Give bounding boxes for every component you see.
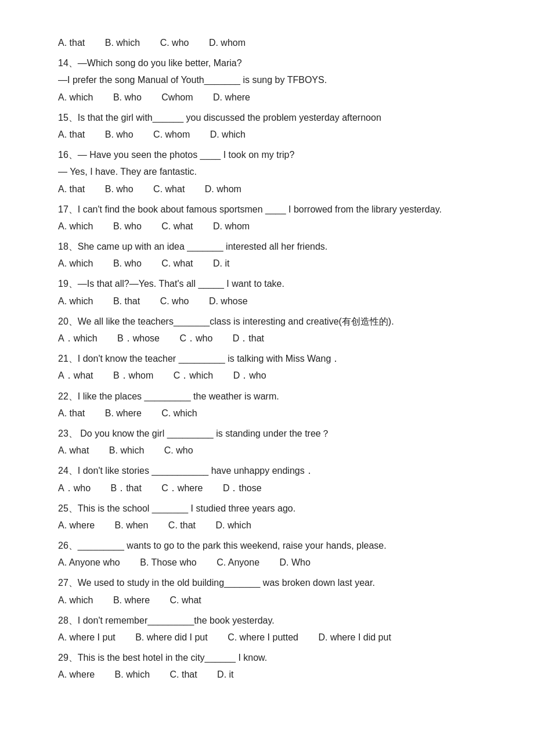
option-22a: A. that (58, 405, 85, 421)
option-20d: D．that (233, 330, 264, 346)
question-block-16: 16、— Have you seen the photos ____ I too… (58, 147, 476, 197)
option-19a: A. which (58, 293, 93, 309)
question-block-18: 18、She came up with an idea _______ inte… (58, 239, 476, 271)
question-text-14: 14、—Which song do you like better, Maria… (58, 55, 476, 71)
option-20a: A．which (58, 330, 98, 346)
question-block-24: 24、I don't like stories ___________ have… (58, 463, 476, 495)
option-24c: C．where (161, 480, 203, 496)
options-line-24: A．who B．that C．where D．those (58, 480, 476, 496)
options-line-28: A. where I put B. where did I put C. whe… (58, 629, 476, 645)
option-21a: A．what (58, 368, 93, 383)
options-line-14: A. which B. who Cwhom D. where (58, 89, 476, 105)
question-text-18: 18、She came up with an idea _______ inte… (58, 239, 476, 254)
option-c: C. who (160, 35, 189, 51)
option-26b: B. Those who (140, 555, 197, 570)
option-20b: B．whose (117, 330, 160, 346)
question-text-21: 21、I don't know the teacher _________ is… (58, 351, 476, 366)
option-14a: A. which (58, 89, 93, 105)
option-17b: B. who (113, 218, 142, 234)
option-19d: D. whose (209, 293, 248, 309)
option-18b: B. who (113, 255, 142, 271)
question-block-20: 20、We all like the teachers_______class … (58, 314, 476, 346)
question-text-23: 23、 Do you know the girl _________ is st… (58, 426, 476, 441)
option-d: D. whom (209, 35, 246, 51)
option-18c: C. what (161, 255, 193, 271)
option-24b: B．that (110, 480, 141, 496)
question-block-14: 14、—Which song do you like better, Maria… (58, 55, 476, 105)
option-b: B. which (105, 35, 140, 51)
question-text-25: 25、This is the school _______ I studied … (58, 501, 476, 516)
option-28a: A. where I put (58, 629, 116, 645)
option-25c: C. that (168, 517, 196, 533)
option-14b: B. who (113, 89, 142, 105)
option-14d: D. where (213, 89, 250, 105)
question-block-26: 26、_________ wants to go to the park thi… (58, 538, 476, 570)
option-29c: C. that (170, 667, 197, 682)
options-line-29: A. where B. which C. that D. it (58, 667, 476, 682)
option-a: A. that (58, 35, 85, 51)
question-subtext-16: — Yes, I have. They are fantastic. (58, 164, 476, 179)
option-16a: A. that (58, 181, 85, 197)
option-19c: C. who (160, 293, 189, 309)
option-29b: B. which (115, 667, 150, 682)
option-26d: D. Who (279, 555, 310, 570)
option-29a: A. where (58, 667, 95, 682)
option-29d: D. it (217, 667, 233, 682)
options-line-20: A．which B．whose C．who D．that (58, 330, 476, 346)
option-19b: B. that (113, 293, 140, 309)
options-line-16: A. that B. who C. what D. whom (58, 181, 476, 197)
question-text-22: 22、I like the places _________ the weath… (58, 388, 476, 404)
exam-content: A. that B. which C. who D. whom 14、—Whic… (58, 35, 476, 683)
options-line: A. that B. which C. who D. whom (58, 35, 476, 51)
question-text-27: 27、We used to study in the old building_… (58, 575, 476, 591)
question-text-28: 28、I don't remember_________the book yes… (58, 613, 476, 628)
question-text-16: 16、— Have you seen the photos ____ I too… (58, 147, 476, 163)
option-16b: B. who (105, 181, 134, 197)
option-21d: D．who (233, 368, 266, 383)
question-text-26: 26、_________ wants to go to the park thi… (58, 538, 476, 553)
option-17c: C. what (161, 218, 193, 234)
options-line-15: A. that B. who C. whom D. which (58, 127, 476, 142)
option-20c: C．who (179, 330, 212, 346)
option-15c: C. whom (153, 127, 190, 142)
option-17a: A. which (58, 218, 93, 234)
option-16c: C. what (153, 181, 185, 197)
option-18a: A. which (58, 255, 93, 271)
option-23c: C. who (164, 442, 193, 458)
option-15a: A. that (58, 127, 85, 142)
option-28c: C. where I putted (228, 629, 298, 645)
question-text-19: 19、—Is that all?—Yes. That's all _____ I… (58, 276, 476, 291)
options-line-21: A．what B．whom C．which D．who (58, 368, 476, 383)
option-25d: D. which (215, 517, 251, 533)
option-25b: B. when (115, 517, 149, 533)
option-15b: B. who (105, 127, 134, 142)
question-text-29: 29、This is the best hotel in the city___… (58, 650, 476, 665)
option-28d: D. where I did put (318, 629, 391, 645)
option-18d: D. it (213, 255, 229, 271)
option-27a: A. which (58, 592, 93, 608)
question-text-20: 20、We all like the teachers_______class … (58, 314, 476, 329)
option-26c: C. Anyone (217, 555, 259, 570)
option-27c: C. what (170, 592, 201, 608)
question-block-19: 19、—Is that all?—Yes. That's all _____ I… (58, 276, 476, 308)
option-16d: D. whom (205, 181, 241, 197)
options-line-25: A. where B. when C. that D. which (58, 517, 476, 533)
option-22c: C. which (161, 405, 197, 421)
option-17d: D. whom (213, 218, 250, 234)
options-line-26: A. Anyone who B. Those who C. Anyone D. … (58, 555, 476, 570)
options-line-23: A. what B. which C. who (58, 442, 476, 458)
question-block-23: 23、 Do you know the girl _________ is st… (58, 426, 476, 458)
option-14c: Cwhom (161, 89, 193, 105)
question-text-24: 24、I don't like stories ___________ have… (58, 463, 476, 478)
question-block-21: 21、I don't know the teacher _________ is… (58, 351, 476, 383)
option-24d: D．those (223, 480, 262, 496)
question-text-17: 17、I can't find the book about famous sp… (58, 201, 476, 217)
options-line-17: A. which B. who C. what D. whom (58, 218, 476, 234)
option-22b: B. where (105, 405, 142, 421)
question-block-29: 29、This is the best hotel in the city___… (58, 650, 476, 682)
options-line-18: A. which B. who C. what D. it (58, 255, 476, 271)
question-block-28: 28、I don't remember_________the book yes… (58, 613, 476, 645)
option-27b: B. where (113, 592, 150, 608)
options-line-22: A. that B. where C. which (58, 405, 476, 421)
option-25a: A. where (58, 517, 95, 533)
